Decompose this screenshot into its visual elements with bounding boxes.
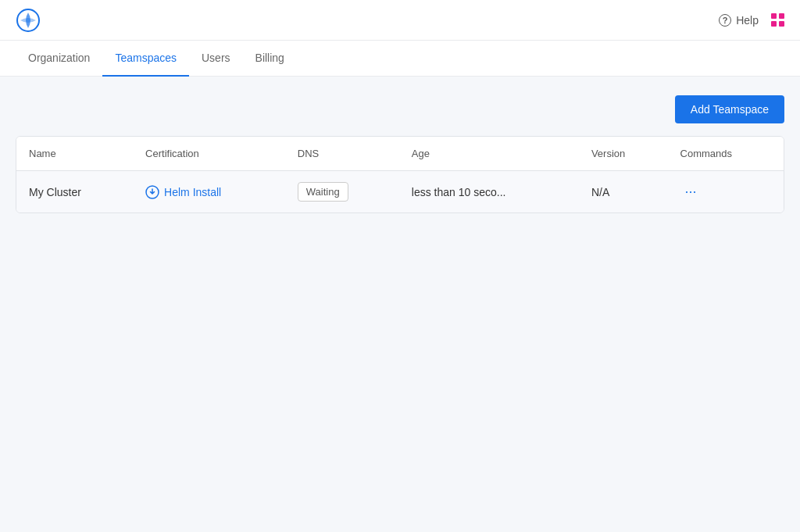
help-circle-icon: ? (719, 14, 731, 27)
main-content: Add Teamspace Name Certification DNS Age… (0, 77, 800, 232)
toolbar: Add Teamspace (16, 95, 784, 123)
helm-install-label: Helm Install (164, 186, 221, 198)
menu-dot-1 (771, 13, 777, 19)
menu-dot-2 (779, 13, 784, 19)
waiting-badge: Waiting (298, 182, 348, 202)
menu-dot-3 (771, 21, 777, 27)
teamspaces-table: Name Certification DNS Age Version Comma… (16, 137, 784, 212)
tab-organization[interactable]: Organization (16, 41, 102, 77)
tab-teamspaces[interactable]: Teamspaces (102, 41, 189, 77)
header-right: ? Help (719, 13, 784, 27)
help-button[interactable]: ? Help (719, 14, 759, 27)
tab-users[interactable]: Users (189, 41, 243, 77)
helm-install-icon (145, 185, 159, 199)
menu-icon[interactable] (771, 13, 784, 27)
table-row: My Cluster Helm Install Waiting (16, 171, 784, 213)
cell-commands: ··· (668, 171, 784, 213)
col-header-age: Age (399, 137, 579, 171)
header-left (16, 8, 41, 33)
nav-tabs: Organization Teamspaces Users Billing (0, 41, 800, 77)
cell-name: My Cluster (16, 171, 133, 213)
col-header-name: Name (16, 137, 133, 171)
col-header-dns: DNS (285, 137, 399, 171)
tab-billing[interactable]: Billing (243, 41, 297, 77)
teamspaces-table-container: Name Certification DNS Age Version Comma… (16, 136, 784, 213)
helm-install-link[interactable]: Helm Install (145, 185, 273, 199)
cell-age: less than 10 seco... (399, 171, 579, 213)
cell-version: N/A (579, 171, 668, 213)
more-commands-button[interactable]: ··· (680, 182, 702, 202)
add-teamspace-button[interactable]: Add Teamspace (675, 95, 784, 123)
cell-certification: Helm Install (133, 171, 285, 213)
menu-dot-4 (779, 21, 784, 27)
help-label: Help (736, 14, 759, 27)
col-header-certification: Certification (133, 137, 285, 171)
app-logo-icon (16, 8, 41, 33)
col-header-commands: Commands (668, 137, 784, 171)
table-header-row: Name Certification DNS Age Version Comma… (16, 137, 784, 171)
col-header-version: Version (579, 137, 668, 171)
app-header: ? Help (0, 0, 800, 41)
cell-dns: Waiting (285, 171, 399, 213)
